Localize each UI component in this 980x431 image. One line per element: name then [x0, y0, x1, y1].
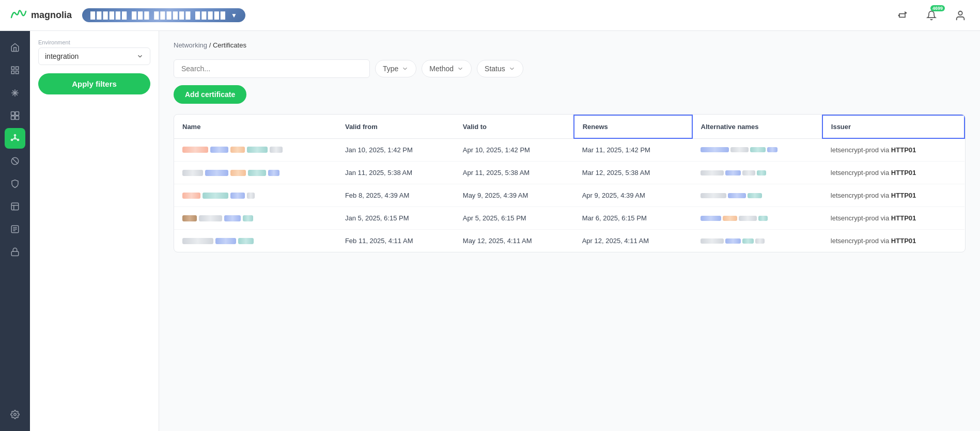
cell-valid-from: Feb 8, 2025, 4:39 AM	[337, 184, 455, 207]
cell-issuer: letsencrypt-prod via HTTP01	[822, 207, 965, 230]
cell-renews: Apr 12, 2025, 4:11 AM	[574, 230, 692, 252]
cell-valid-from: Jan 5, 2025, 6:15 PM	[337, 207, 455, 230]
cell-valid-to: Apr 5, 2025, 6:15 PM	[455, 207, 574, 230]
status-chevron-icon	[508, 65, 516, 72]
cell-issuer: letsencrypt-prod via HTTP01	[822, 184, 965, 207]
top-nav-left: magnolia ██████ ███ ██████ █████ ▼	[10, 8, 245, 23]
filter-bar: Type Method Status	[174, 59, 966, 78]
table-row[interactable]: Feb 11, 2025, 4:11 AM May 12, 2025, 4:11…	[174, 230, 965, 252]
cell-name	[174, 138, 337, 162]
breadcrumb-parent[interactable]: Networking	[174, 41, 207, 49]
status-filter-label: Status	[485, 65, 505, 73]
cell-name	[174, 184, 337, 207]
notification-icon-button[interactable]: 4699	[922, 6, 941, 25]
certificates-table-container: Name Valid from Valid to Renews Alternat…	[174, 114, 966, 252]
type-chevron-icon	[401, 65, 409, 72]
cell-issuer: letsencrypt-prod via HTTP01	[822, 162, 965, 184]
env-selector-text: ██████ ███ ██████ █████	[90, 11, 227, 19]
cell-valid-from: Feb 11, 2025, 4:11 AM	[337, 230, 455, 252]
breadcrumb-separator: /	[209, 41, 213, 49]
cell-alt-names	[692, 162, 822, 184]
svg-rect-1	[11, 67, 14, 69]
env-chevron-icon: ▼	[231, 12, 237, 19]
env-selector[interactable]: ██████ ███ ██████ █████ ▼	[82, 8, 245, 22]
col-header-valid-from: Valid from	[337, 115, 455, 138]
logo-text: magnolia	[31, 10, 72, 21]
svg-point-14	[14, 135, 16, 136]
method-chevron-icon	[457, 65, 464, 72]
svg-point-13	[14, 138, 16, 139]
env-value: integration	[45, 52, 79, 60]
svg-line-18	[16, 139, 18, 139]
cell-renews: Apr 9, 2025, 4:39 AM	[574, 184, 692, 207]
main-content: Networking / Certificates Type Method St…	[159, 31, 980, 431]
status-filter-dropdown[interactable]: Status	[477, 60, 523, 77]
logo-icon	[10, 8, 27, 23]
breadcrumb: Networking / Certificates	[174, 41, 966, 49]
svg-rect-29	[11, 251, 19, 256]
certificates-table: Name Valid from Valid to Renews Alternat…	[174, 115, 965, 252]
cell-name	[174, 230, 337, 252]
sidebar-item-notes[interactable]	[5, 219, 25, 240]
cell-valid-from: Jan 10, 2025, 1:42 PM	[337, 138, 455, 162]
sidebar-item-networking[interactable]	[5, 128, 25, 149]
sidebar-item-lock[interactable]	[5, 242, 25, 262]
sidebar-panel: Environment integration Apply filters	[30, 31, 159, 431]
top-navigation: magnolia ██████ ███ ██████ █████ ▼ 4699	[0, 0, 980, 31]
cell-renews: Mar 12, 2025, 5:38 AM	[574, 162, 692, 184]
svg-rect-11	[11, 116, 15, 120]
sidebar-narrow	[0, 31, 30, 431]
top-nav-right: 4699	[893, 6, 970, 25]
svg-point-15	[18, 139, 19, 141]
cell-name	[174, 207, 337, 230]
cell-valid-to: Apr 11, 2025, 5:38 AM	[455, 162, 574, 184]
sidebar-item-block[interactable]	[5, 151, 25, 171]
col-header-issuer: Issuer	[822, 115, 965, 138]
col-header-alt-names: Alternative names	[692, 115, 822, 138]
sidebar-item-bookmark[interactable]	[5, 196, 25, 217]
sidebar-item-shield[interactable]	[5, 173, 25, 194]
add-certificate-button[interactable]: Add certificate	[174, 85, 246, 104]
col-header-name: Name	[174, 115, 337, 138]
env-select-box[interactable]: integration	[38, 47, 150, 65]
sidebar-item-home[interactable]	[5, 37, 25, 58]
table-row[interactable]: Jan 11, 2025, 5:38 AM Apr 11, 2025, 5:38…	[174, 162, 965, 184]
table-row[interactable]: Jan 10, 2025, 1:42 PM Apr 10, 2025, 1:42…	[174, 138, 965, 162]
sidebar-item-components[interactable]	[5, 105, 25, 126]
type-filter-dropdown[interactable]: Type	[375, 60, 416, 77]
svg-rect-3	[11, 71, 14, 74]
method-filter-dropdown[interactable]: Method	[422, 60, 472, 77]
col-header-valid-to: Valid to	[455, 115, 574, 138]
table-row[interactable]: Jan 5, 2025, 6:15 PM Apr 5, 2025, 6:15 P…	[174, 207, 965, 230]
cell-name	[174, 162, 337, 184]
svg-rect-10	[15, 112, 19, 116]
sidebar-item-star[interactable]	[5, 83, 25, 103]
apply-filters-button[interactable]: Apply filters	[38, 73, 150, 94]
table-row[interactable]: Feb 8, 2025, 4:39 AM May 9, 2025, 4:39 A…	[174, 184, 965, 207]
sidebar-item-settings[interactable]	[5, 404, 25, 425]
notification-badge: 4699	[930, 5, 945, 11]
search-input[interactable]	[174, 59, 370, 78]
sidebar-item-dashboard[interactable]	[5, 60, 25, 81]
breadcrumb-current: Certificates	[213, 41, 246, 49]
env-chevron-down-icon	[136, 53, 144, 60]
cell-renews: Mar 6, 2025, 6:15 PM	[574, 207, 692, 230]
svg-rect-2	[16, 67, 19, 69]
type-filter-label: Type	[383, 65, 398, 73]
col-header-renews: Renews	[574, 115, 692, 138]
table-header-row: Name Valid from Valid to Renews Alternat…	[174, 115, 965, 138]
svg-rect-4	[16, 71, 19, 74]
main-layout: Environment integration Apply filters Ne…	[0, 31, 980, 431]
cell-valid-to: Apr 10, 2025, 1:42 PM	[455, 138, 574, 162]
svg-point-30	[14, 413, 17, 416]
cell-valid-to: May 9, 2025, 4:39 AM	[455, 184, 574, 207]
cell-alt-names	[692, 138, 822, 162]
megaphone-icon-button[interactable]	[893, 6, 912, 25]
method-filter-label: Method	[429, 65, 454, 73]
user-profile-icon-button[interactable]	[951, 6, 970, 25]
cell-issuer: letsencrypt-prod via HTTP01	[822, 230, 965, 252]
cell-renews: Mar 11, 2025, 1:42 PM	[574, 138, 692, 162]
cell-alt-names	[692, 207, 822, 230]
cell-alt-names	[692, 184, 822, 207]
cell-valid-to: May 12, 2025, 4:11 AM	[455, 230, 574, 252]
